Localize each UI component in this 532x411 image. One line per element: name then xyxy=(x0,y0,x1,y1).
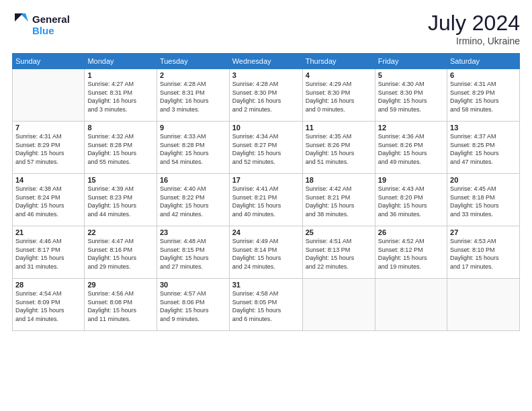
day-info: Sunrise: 4:27 AMSunset: 8:31 PMDaylight:… xyxy=(87,80,154,113)
table-row: 24Sunrise: 4:49 AMSunset: 8:14 PMDayligh… xyxy=(229,226,302,279)
svg-text:General: General xyxy=(32,13,70,25)
day-number: 27 xyxy=(450,228,517,236)
table-row: 9Sunrise: 4:33 AMSunset: 8:28 PMDaylight… xyxy=(157,122,229,174)
day-number: 2 xyxy=(160,71,226,79)
table-row: 2Sunrise: 4:28 AMSunset: 8:31 PMDaylight… xyxy=(157,69,229,122)
day-number: 8 xyxy=(87,124,154,132)
col-monday: Monday xyxy=(85,54,157,69)
day-info: Sunrise: 4:42 AMSunset: 8:21 PMDaylight:… xyxy=(306,185,372,218)
day-info: Sunrise: 4:29 AMSunset: 8:30 PMDaylight:… xyxy=(306,80,372,113)
day-info: Sunrise: 4:36 AMSunset: 8:26 PMDaylight:… xyxy=(378,132,444,166)
col-thursday: Thursday xyxy=(302,54,375,69)
day-info: Sunrise: 4:49 AMSunset: 8:14 PMDaylight:… xyxy=(232,237,300,271)
table-row xyxy=(447,279,520,331)
table-row: 13Sunrise: 4:37 AMSunset: 8:25 PMDayligh… xyxy=(447,122,520,174)
day-info: Sunrise: 4:45 AMSunset: 8:18 PMDaylight:… xyxy=(450,185,517,218)
col-saturday: Saturday xyxy=(447,54,520,69)
calendar-week-row: 14Sunrise: 4:38 AMSunset: 8:24 PMDayligh… xyxy=(13,174,520,226)
day-info: Sunrise: 4:52 AMSunset: 8:12 PMDaylight:… xyxy=(378,237,444,271)
col-tuesday: Tuesday xyxy=(157,54,229,69)
day-number: 9 xyxy=(160,124,226,132)
calendar-week-row: 28Sunrise: 4:54 AMSunset: 8:09 PMDayligh… xyxy=(13,279,520,331)
day-number: 3 xyxy=(232,71,300,79)
calendar-week-row: 1Sunrise: 4:27 AMSunset: 8:31 PMDaylight… xyxy=(13,69,520,122)
table-row: 18Sunrise: 4:42 AMSunset: 8:21 PMDayligh… xyxy=(302,174,375,226)
day-number: 10 xyxy=(232,124,300,132)
day-number: 12 xyxy=(378,124,444,132)
table-row xyxy=(375,279,447,331)
table-row: 11Sunrise: 4:35 AMSunset: 8:26 PMDayligh… xyxy=(302,122,375,174)
month-year: July 2024 xyxy=(428,11,520,36)
day-number: 26 xyxy=(378,228,444,236)
day-number: 11 xyxy=(306,124,372,132)
day-info: Sunrise: 4:51 AMSunset: 8:13 PMDaylight:… xyxy=(306,237,372,271)
day-number: 18 xyxy=(306,176,372,184)
day-number: 6 xyxy=(450,71,517,79)
day-info: Sunrise: 4:37 AMSunset: 8:25 PMDaylight:… xyxy=(450,132,517,166)
day-number: 23 xyxy=(160,228,226,236)
calendar-week-row: 7Sunrise: 4:31 AMSunset: 8:29 PMDaylight… xyxy=(13,122,520,174)
day-number: 29 xyxy=(87,281,154,289)
table-row: 5Sunrise: 4:30 AMSunset: 8:30 PMDaylight… xyxy=(375,69,447,122)
day-info: Sunrise: 4:28 AMSunset: 8:30 PMDaylight:… xyxy=(232,80,300,113)
table-row xyxy=(13,69,85,122)
day-info: Sunrise: 4:43 AMSunset: 8:20 PMDaylight:… xyxy=(378,185,444,218)
table-row: 21Sunrise: 4:46 AMSunset: 8:17 PMDayligh… xyxy=(13,226,85,279)
day-number: 15 xyxy=(87,176,154,184)
day-info: Sunrise: 4:40 AMSunset: 8:22 PMDaylight:… xyxy=(160,185,226,218)
day-number: 4 xyxy=(306,71,372,79)
table-row: 1Sunrise: 4:27 AMSunset: 8:31 PMDaylight… xyxy=(85,69,157,122)
day-info: Sunrise: 4:46 AMSunset: 8:17 PMDaylight:… xyxy=(15,237,81,271)
day-info: Sunrise: 4:39 AMSunset: 8:23 PMDaylight:… xyxy=(87,185,154,218)
table-row: 14Sunrise: 4:38 AMSunset: 8:24 PMDayligh… xyxy=(13,174,85,226)
day-number: 24 xyxy=(232,228,300,236)
day-info: Sunrise: 4:31 AMSunset: 8:29 PMDaylight:… xyxy=(450,80,517,113)
day-info: Sunrise: 4:41 AMSunset: 8:21 PMDaylight:… xyxy=(232,185,300,218)
day-number: 25 xyxy=(306,228,372,236)
calendar-header-row: Sunday Monday Tuesday Wednesday Thursday… xyxy=(13,54,520,69)
table-row: 6Sunrise: 4:31 AMSunset: 8:29 PMDaylight… xyxy=(447,69,520,122)
table-row: 31Sunrise: 4:58 AMSunset: 8:05 PMDayligh… xyxy=(229,279,302,331)
day-info: Sunrise: 4:47 AMSunset: 8:16 PMDaylight:… xyxy=(87,237,154,271)
day-info: Sunrise: 4:54 AMSunset: 8:09 PMDaylight:… xyxy=(15,289,81,323)
day-info: Sunrise: 4:30 AMSunset: 8:30 PMDaylight:… xyxy=(378,80,444,113)
logo: General Blue xyxy=(12,11,76,39)
table-row: 29Sunrise: 4:56 AMSunset: 8:08 PMDayligh… xyxy=(85,279,157,331)
day-info: Sunrise: 4:48 AMSunset: 8:15 PMDaylight:… xyxy=(160,237,226,271)
table-row: 26Sunrise: 4:52 AMSunset: 8:12 PMDayligh… xyxy=(375,226,447,279)
table-row: 28Sunrise: 4:54 AMSunset: 8:09 PMDayligh… xyxy=(13,279,85,331)
day-info: Sunrise: 4:28 AMSunset: 8:31 PMDaylight:… xyxy=(160,80,226,113)
table-row: 15Sunrise: 4:39 AMSunset: 8:23 PMDayligh… xyxy=(85,174,157,226)
day-info: Sunrise: 4:32 AMSunset: 8:28 PMDaylight:… xyxy=(87,132,154,166)
table-row: 4Sunrise: 4:29 AMSunset: 8:30 PMDaylight… xyxy=(302,69,375,122)
col-wednesday: Wednesday xyxy=(229,54,302,69)
table-row: 10Sunrise: 4:34 AMSunset: 8:27 PMDayligh… xyxy=(229,122,302,174)
day-number: 1 xyxy=(87,71,154,79)
day-number: 30 xyxy=(160,281,226,289)
day-number: 16 xyxy=(160,176,226,184)
day-number: 21 xyxy=(15,228,81,236)
table-row: 27Sunrise: 4:53 AMSunset: 8:10 PMDayligh… xyxy=(447,226,520,279)
day-number: 22 xyxy=(87,228,154,236)
day-info: Sunrise: 4:58 AMSunset: 8:05 PMDaylight:… xyxy=(232,289,300,323)
location: Irmino, Ukraine xyxy=(428,36,520,46)
day-number: 20 xyxy=(450,176,517,184)
day-number: 28 xyxy=(15,281,81,289)
svg-marker-3 xyxy=(15,13,23,21)
header: General Blue July 2024 Irmino, Ukraine xyxy=(12,11,520,46)
col-friday: Friday xyxy=(375,54,447,69)
logo-svg: General Blue xyxy=(12,11,76,39)
page: General Blue July 2024 Irmino, Ukraine S… xyxy=(0,0,532,411)
table-row: 25Sunrise: 4:51 AMSunset: 8:13 PMDayligh… xyxy=(302,226,375,279)
day-info: Sunrise: 4:31 AMSunset: 8:29 PMDaylight:… xyxy=(15,132,81,166)
day-number: 7 xyxy=(15,124,81,132)
table-row: 3Sunrise: 4:28 AMSunset: 8:30 PMDaylight… xyxy=(229,69,302,122)
table-row: 16Sunrise: 4:40 AMSunset: 8:22 PMDayligh… xyxy=(157,174,229,226)
table-row: 17Sunrise: 4:41 AMSunset: 8:21 PMDayligh… xyxy=(229,174,302,226)
table-row: 19Sunrise: 4:43 AMSunset: 8:20 PMDayligh… xyxy=(375,174,447,226)
calendar-table: Sunday Monday Tuesday Wednesday Thursday… xyxy=(12,53,520,331)
col-sunday: Sunday xyxy=(13,54,85,69)
day-info: Sunrise: 4:38 AMSunset: 8:24 PMDaylight:… xyxy=(15,185,81,218)
day-number: 5 xyxy=(378,71,444,79)
title-block: July 2024 Irmino, Ukraine xyxy=(428,11,520,46)
